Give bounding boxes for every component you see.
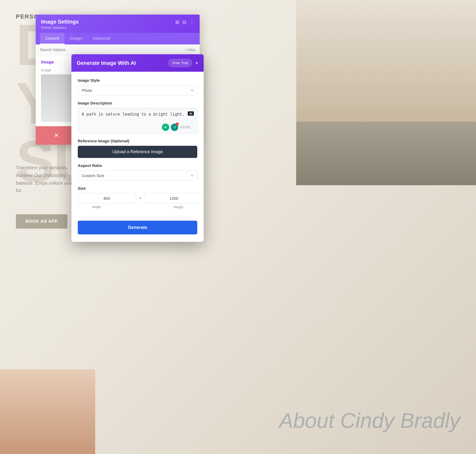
image-style-field: Image Style Photo Illustration Painting …: [78, 78, 197, 96]
ai-tool-teal[interactable]: ↺ !: [171, 124, 178, 131]
more-options-icon[interactable]: ⋮: [190, 19, 194, 25]
upload-reference-button[interactable]: Upload a Reference Image: [78, 146, 197, 158]
ai-tools: ✦ ↺ !: [162, 124, 178, 131]
ai-icon-badge: AI: [188, 111, 194, 116]
ai-generate-modal: Generate Image With AI Free Trial × Imag…: [71, 54, 204, 242]
size-field: Size × Width Height: [78, 186, 197, 209]
gray-box: [296, 122, 476, 185]
aspect-ratio-select[interactable]: Custom Size 1:1 16:9 4:3 3:2: [78, 170, 197, 181]
aspect-ratio-field: Aspect Ratio Custom Size 1:1 16:9 4:3 3:…: [78, 163, 197, 181]
panel-header-icons: ⊞ ⊟ ⋮: [175, 19, 194, 25]
ai-modal-title: Generate Image With AI: [77, 60, 136, 66]
height-label: Height: [159, 205, 197, 209]
decorative-boxes: [296, 0, 476, 238]
search-options-input[interactable]: [40, 48, 185, 52]
image-description-field: Image Description A path in nature leadi…: [78, 101, 197, 133]
book-btn: BOOK AN APP: [16, 214, 67, 229]
search-row: + Filter: [36, 44, 200, 55]
ai-modal-header: Generate Image With AI Free Trial ×: [71, 54, 204, 72]
ai-badge-wrap: AI: [188, 111, 194, 116]
description-textarea-wrap: A path in nature leading to a bright lig…: [78, 108, 197, 133]
free-trial-badge: Free Trial: [168, 59, 192, 67]
panel-title: Image Settings: [41, 19, 79, 25]
panel-tabs: Content Design Advanced: [36, 33, 200, 44]
aspect-ratio-label: Aspect Ratio: [78, 163, 197, 168]
body-text: Transform your services. Achieve Our phi…: [16, 164, 79, 194]
size-separator: ×: [139, 196, 141, 201]
size-x-spacer: [119, 205, 157, 209]
columns-icon[interactable]: ⊟: [182, 19, 186, 25]
generate-button[interactable]: Generate: [78, 221, 197, 234]
resize-handle[interactable]: ⊿: [192, 126, 194, 129]
reference-image-label: Reference Image (Optional): [78, 139, 197, 143]
panel-preset: Preset: Default ▸: [41, 26, 79, 30]
about-text: About Cindy Bradly: [279, 408, 460, 433]
image-description-label: Image Description: [78, 101, 197, 105]
cancel-icon: ✕: [54, 132, 59, 139]
ai-tool-green[interactable]: ✦: [162, 124, 169, 131]
ai-modal-body: Image Style Photo Illustration Painting …: [71, 72, 204, 242]
light-box: [296, 0, 476, 122]
width-input[interactable]: [78, 193, 136, 203]
height-input[interactable]: [145, 193, 203, 203]
modal-close-button[interactable]: ×: [195, 60, 198, 66]
image-style-select[interactable]: Photo Illustration Painting Sketch 3D Re…: [78, 85, 197, 96]
size-row: ×: [78, 193, 197, 203]
face-image: [0, 369, 95, 454]
tab-content[interactable]: Content: [40, 33, 65, 44]
textarea-footer: ✦ ↺ ! 43/200 ⊿: [162, 124, 194, 131]
panel-header: Image Settings Preset: Default ▸ ⊞ ⊟ ⋮: [36, 15, 200, 33]
reference-image-field: Reference Image (Optional) Upload a Refe…: [78, 139, 197, 158]
image-style-label: Image Style: [78, 78, 197, 83]
tab-advanced[interactable]: Advanced: [87, 33, 116, 44]
size-label: Size: [78, 186, 197, 190]
settings-icon[interactable]: ⊞: [175, 19, 179, 25]
size-labels: Width Height: [78, 205, 197, 209]
tab-design[interactable]: Design: [65, 33, 88, 44]
width-label: Width: [78, 205, 116, 209]
char-count: 43/200: [180, 125, 190, 129]
ai-modal-header-right: Free Trial ×: [168, 59, 198, 67]
filter-button[interactable]: + Filter: [185, 48, 195, 52]
image-section-title: Image: [41, 60, 54, 65]
cancel-button[interactable]: ✕: [36, 126, 77, 145]
